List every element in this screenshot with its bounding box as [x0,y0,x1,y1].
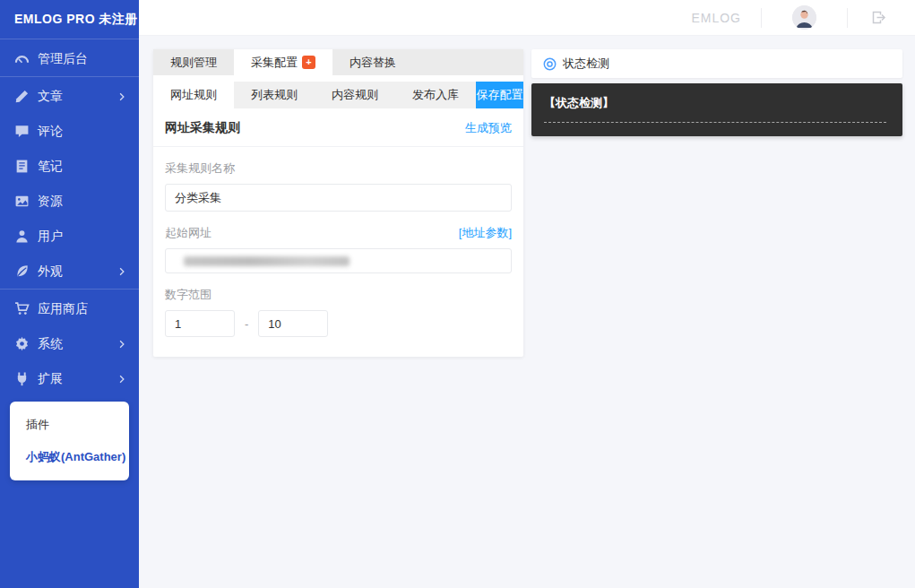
tab-content-replace[interactable]: 内容替换 [332,49,413,75]
rule-name-label: 采集规则名称 [165,160,235,177]
topbar: EMLOG [139,0,915,36]
sidebar-item-appearance[interactable]: 外观 [0,254,139,289]
tab-list-rules[interactable]: 列表规则 [234,82,315,108]
submenu-panel: 插件 小蚂蚁(AntGather) [10,402,129,480]
sidebar-item-resources[interactable]: 资源 [0,184,139,219]
appearance-icon [14,264,30,279]
status-log-box: 【状态检测】 [531,83,902,136]
tab-content-rules[interactable]: 内容规则 [315,82,395,108]
secondary-tab-bar: 网址规则 列表规则 内容规则 发布入库 保存配置 [153,82,523,108]
article-icon [14,89,30,104]
sidebar-divider [0,76,139,77]
sidebar-item-comments[interactable]: 评论 [0,114,139,149]
start-url-input[interactable] [165,248,512,273]
topbar-divider [847,8,848,28]
chevron-right-icon [117,340,126,349]
extension-icon [14,371,30,386]
generate-preview-link[interactable]: 生成预览 [465,120,512,136]
system-icon [14,336,30,351]
plus-badge: + [302,56,315,69]
number-range-label: 数字范围 [165,287,211,303]
chevron-right-icon [117,375,126,384]
avatar[interactable] [792,5,816,30]
sidebar-item-dashboard[interactable]: 管理后台 [0,41,139,76]
content-area: 规则管理 采集配置 + 内容替换 网址规则 列表规则 内容规则 发布入库 [139,36,915,588]
status-log-title: 【状态检测】 [544,95,890,111]
sidebar-item-users[interactable]: 用户 [0,219,139,254]
form-title: 网址采集规则 [165,120,240,136]
start-url-label: 起始网址 [165,225,211,241]
rule-name-input[interactable] [165,184,512,212]
chevron-right-icon [117,92,126,101]
submenu-item-plugins[interactable]: 插件 [10,409,129,441]
status-title: 状态检测 [563,56,609,72]
submenu-item-antgather[interactable]: 小蚂蚁(AntGather) [10,441,129,473]
sidebar: EMLOG PRO 未注册 管理后台 文章 评论 笔记 资源 [0,0,139,588]
tab-bar-gap [153,75,523,82]
dashed-separator [544,122,886,123]
chevron-right-icon [117,267,126,276]
sidebar-divider [0,39,139,39]
logout-icon[interactable] [871,10,886,25]
save-config-button[interactable]: 保存配置 [476,82,523,108]
tab-publish[interactable]: 发布入库 [395,82,476,108]
app-title: EMLOG PRO 未注册 [0,0,139,39]
sidebar-item-system[interactable]: 系统 [0,326,139,361]
url-rule-form: 网址采集规则 生成预览 采集规则名称 起始网址 [地址参数] [153,108,523,357]
user-icon [14,229,30,244]
sidebar-divider [0,289,139,290]
store-icon [14,301,30,316]
rule-name-field: 采集规则名称 [153,160,523,212]
range-to-input[interactable] [258,310,328,337]
resource-icon [14,194,30,209]
sidebar-item-app-store[interactable]: 应用商店 [0,291,139,326]
url-params-link[interactable]: [地址参数] [459,225,512,241]
range-separator: - [245,317,248,331]
status-target-icon [543,57,557,71]
redacted-url-blur [184,256,350,266]
dashboard-icon [14,51,30,66]
sidebar-item-extensions[interactable]: 扩展 [0,361,139,396]
primary-tab-bar: 规则管理 采集配置 + 内容替换 [153,49,523,75]
range-from-input[interactable] [165,310,235,337]
tab-collect-config[interactable]: 采集配置 + [234,49,332,75]
status-header: 状态检测 [531,49,902,78]
number-range-field: 数字范围 - [153,287,523,337]
collector-card: 规则管理 采集配置 + 内容替换 网址规则 列表规则 内容规则 发布入库 [153,49,523,357]
comment-icon [14,124,30,139]
form-header: 网址采集规则 生成预览 [153,108,523,147]
status-panel: 状态检测 【状态检测】 [531,49,902,136]
note-icon [14,159,30,174]
sidebar-item-articles[interactable]: 文章 [0,79,139,114]
tab-rule-management[interactable]: 规则管理 [153,49,234,75]
topbar-divider [761,8,762,28]
start-url-field: 起始网址 [地址参数] [153,225,523,273]
sidebar-item-notes[interactable]: 笔记 [0,149,139,184]
brand-text: EMLOG [691,11,741,25]
tab-url-rules[interactable]: 网址规则 [153,82,234,108]
